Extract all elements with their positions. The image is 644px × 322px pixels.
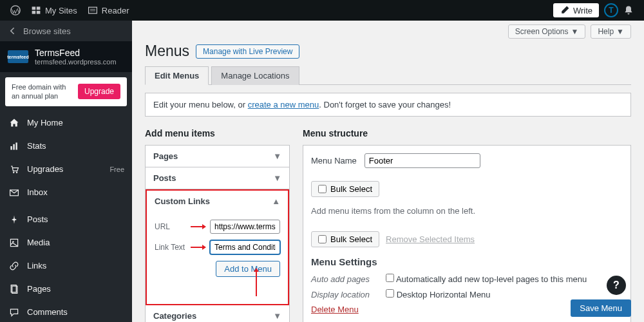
display-location-label: Display location [311,290,375,299]
site-name: TermsFeed [35,48,117,58]
my-sites-link[interactable]: My Sites [26,0,82,21]
reader-label: Reader [102,6,129,15]
site-url: termsfeed.wordpress.com [35,58,117,66]
display-location-checkbox[interactable] [386,289,394,298]
accordion-posts[interactable]: Posts▼ [146,167,289,189]
add-items-heading: Add menu items [145,128,290,138]
media-icon [8,236,21,249]
browse-sites-label: Browse sites [23,26,71,36]
wp-logo[interactable] [5,0,26,21]
sidebar-item-comments[interactable]: Comments [0,301,132,322]
bulk-select-checkbox[interactable] [318,185,327,193]
menu-name-input[interactable] [365,153,480,168]
auto-add-label: Auto add pages [311,274,375,284]
sidebar-item-my-home[interactable]: My Home [0,111,132,135]
annotation-arrow-icon [191,226,205,227]
auto-add-checkbox[interactable] [386,274,394,282]
chevron-up-icon: ▲ [272,196,280,206]
sidebar-item-label: Pages [27,284,51,294]
bulk-select-button-2[interactable]: Bulk Select [311,231,379,247]
svg-rect-5 [88,7,97,14]
current-site-block[interactable]: termsfeed TermsFeed termsfeed.wordpress.… [0,41,132,72]
svg-rect-4 [37,11,41,14]
sidebar-item-inbox[interactable]: Inbox [0,181,132,204]
accordion-custom-links[interactable]: Custom Links▲ [147,191,288,212]
auto-add-checkbox-label[interactable]: Automatically add new top-level pages to… [386,274,587,284]
sidebar-item-media[interactable]: Media [0,231,132,254]
svg-rect-1 [32,6,36,10]
reader-link[interactable]: Reader [82,0,135,21]
menu-settings-heading: Menu Settings [311,256,623,267]
save-menu-button[interactable]: Save Menu [571,299,631,317]
svg-rect-10 [15,142,17,149]
url-label: URL [155,222,188,231]
write-button[interactable]: Write [553,3,599,17]
tab-manage-locations[interactable]: Manage Locations [211,66,299,85]
add-to-menu-button[interactable]: Add to Menu [216,261,280,277]
menu-structure-panel: Menu Name Bulk Select Add menu items fro… [303,145,631,322]
screen-options-button[interactable]: Screen Options ▼ [508,24,586,39]
annotation-arrow-icon [191,247,205,248]
home-icon [8,117,21,129]
delete-menu-link[interactable]: Delete Menu [311,305,359,314]
svg-rect-2 [37,6,41,10]
menu-name-label: Menu Name [311,156,357,166]
live-preview-button[interactable]: Manage with Live Preview [196,44,299,59]
promo-banner: Free domain with an annual plan Upgrade [5,77,127,106]
sidebar-item-stats[interactable]: Stats [0,135,132,158]
svg-point-12 [16,171,17,173]
accordion-pages[interactable]: Pages▼ [146,146,289,167]
empty-hint: Add menu items from the column on the le… [311,206,623,216]
help-fab-button[interactable]: ? [607,276,626,295]
cart-icon [8,163,21,176]
my-sites-label: My Sites [45,6,77,15]
sidebar-item-posts[interactable]: Posts [0,208,132,231]
mail-icon [8,186,21,199]
bulk-select-checkbox[interactable] [318,235,327,243]
svg-rect-9 [13,144,14,149]
upgrade-button[interactable]: Upgrade [78,84,120,99]
help-button[interactable]: Help ▼ [591,24,631,39]
sidebar-item-label: My Home [27,118,63,128]
bulk-select-button[interactable]: Bulk Select [311,181,379,197]
tab-edit-menus[interactable]: Edit Menus [145,66,209,85]
main-content: Screen Options ▼ Help ▼ Menus Manage wit… [132,21,644,322]
add-items-accordion: Pages▼ Posts▼ Custom Links▲ URL [145,145,290,322]
stats-icon [8,140,21,153]
user-avatar[interactable]: T [604,3,618,17]
chevron-down-icon: ▼ [273,173,281,183]
pin-icon [8,213,21,226]
sidebar-item-label: Posts [27,214,48,224]
sidebar-item-label: Media [27,238,50,247]
svg-point-11 [13,171,14,173]
site-icon: termsfeed [8,50,28,63]
structure-heading: Menu structure [303,128,631,138]
display-location-checkbox-label[interactable]: Desktop Horizontal Menu [386,289,491,299]
link-text-input[interactable] [210,240,280,254]
chevron-down-icon: ▼ [273,151,281,161]
sidebar-item-pages[interactable]: Pages [0,278,132,301]
create-menu-link[interactable]: create a new menu [248,100,319,109]
chevron-down-icon: ▼ [273,311,281,321]
notifications-icon[interactable] [618,0,639,21]
info-banner: Edit your menu below, or create a new me… [145,93,631,117]
sidebar-item-upgrades[interactable]: UpgradesFree [0,158,132,181]
svg-rect-3 [32,11,36,14]
link-icon [8,260,21,272]
pages-icon [8,283,21,296]
sidebar-badge: Free [109,166,124,173]
remove-selected-link[interactable]: Remove Selected Items [386,234,475,244]
sidebar-item-links[interactable]: Links [0,254,132,278]
sidebar-item-label: Stats [27,141,46,151]
write-label: Write [573,6,592,15]
sidebar-item-label: Inbox [27,187,48,197]
page-title: Menus [145,43,189,60]
browse-sites-link[interactable]: Browse sites [0,21,132,41]
admin-topbar: My Sites Reader Write T [0,0,644,21]
accordion-categories[interactable]: Categories▼ [146,305,289,322]
link-text-label: Link Text [155,243,188,252]
url-input[interactable] [210,220,280,234]
annotation-arrow-icon [256,269,257,296]
sidebar-item-label: Links [27,261,46,270]
comment-icon [8,306,21,319]
